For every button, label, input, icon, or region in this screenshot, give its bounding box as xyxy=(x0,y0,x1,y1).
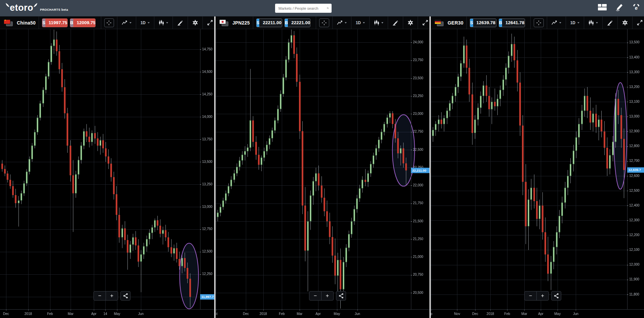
chevron-down-icon xyxy=(381,22,383,24)
chart-area: − + xyxy=(216,29,429,318)
candlestick-icon xyxy=(589,20,594,26)
etoro-account-button[interactable]: e xyxy=(632,3,641,11)
candlestick-chart-canvas[interactable] xyxy=(0,29,214,318)
candle-style-button[interactable] xyxy=(157,20,169,26)
separator xyxy=(547,16,547,29)
layout-grid-icon xyxy=(598,4,607,11)
sell-button[interactable]: S 12639.78 xyxy=(470,18,496,27)
sell-button[interactable]: S 11997.75 xyxy=(42,18,68,27)
timeframe-button[interactable]: 1D xyxy=(354,20,366,25)
top-navigation-bar: etoro PROCHARTS beta xyxy=(0,0,644,16)
logo-right-horn-icon xyxy=(33,3,38,7)
buy-badge: B xyxy=(70,19,73,27)
separator xyxy=(136,16,136,29)
timeframe-button[interactable]: 1D xyxy=(569,20,581,25)
zoom-in-button[interactable]: + xyxy=(536,291,549,301)
crosshair-button[interactable] xyxy=(104,18,114,27)
candlestick-chart-canvas[interactable] xyxy=(216,29,429,318)
gear-icon xyxy=(192,20,198,26)
candlestick-icon xyxy=(374,20,379,26)
buy-button[interactable]: B 12641.78 xyxy=(499,18,525,27)
buy-badge: B xyxy=(285,19,288,27)
separator xyxy=(388,16,388,29)
logo-left-horn-icon xyxy=(5,3,10,7)
settings-button[interactable] xyxy=(406,20,415,26)
expand-button[interactable] xyxy=(206,20,214,26)
indicators-button[interactable] xyxy=(391,20,400,26)
draw-tools-button[interactable] xyxy=(615,3,624,11)
crosshair-icon xyxy=(321,20,327,26)
share-icon xyxy=(123,293,128,299)
line-chart-icon xyxy=(122,20,127,25)
zoom-in-button[interactable]: + xyxy=(321,291,334,301)
crosshair-button[interactable] xyxy=(534,18,543,27)
indicators-pencil-icon xyxy=(177,20,183,26)
candlestick-chart-canvas[interactable] xyxy=(431,29,644,318)
japan-flag-icon xyxy=(220,20,228,26)
sell-badge: S xyxy=(42,19,45,27)
timeframe-button[interactable]: 1D xyxy=(139,20,151,25)
search-box xyxy=(275,4,332,13)
timeframe-label: 1D xyxy=(141,20,146,25)
layout-grid-button[interactable] xyxy=(598,4,607,11)
crosshair-icon xyxy=(106,20,112,26)
chevron-down-icon xyxy=(596,22,598,24)
candle-style-button[interactable] xyxy=(373,20,385,26)
separator xyxy=(584,16,584,29)
chart-header: China50 S 11997.75 B 12009.75 1D xyxy=(0,16,214,29)
separator xyxy=(403,16,403,29)
logo-text: etoro xyxy=(10,3,33,13)
expand-icon xyxy=(637,20,643,26)
share-icon xyxy=(554,293,559,299)
indicators-pencil-icon xyxy=(392,20,399,26)
separator xyxy=(188,16,188,29)
share-button[interactable] xyxy=(120,291,130,301)
zoom-out-button[interactable]: − xyxy=(524,291,537,301)
chevron-down-icon xyxy=(166,22,168,24)
crosshair-button[interactable] xyxy=(319,18,329,27)
chevron-down-icon xyxy=(345,22,347,24)
gear-icon xyxy=(622,20,628,26)
chart-area: − + xyxy=(0,29,214,318)
candlestick-icon xyxy=(159,20,164,26)
settings-button[interactable] xyxy=(191,20,199,26)
buy-button[interactable]: B 12009.75 xyxy=(70,18,96,27)
share-button[interactable] xyxy=(336,291,346,301)
expand-button[interactable] xyxy=(636,20,644,26)
candle-style-button[interactable] xyxy=(587,20,599,26)
sell-button[interactable]: S 22211.00 xyxy=(256,18,282,27)
zoom-in-button[interactable]: + xyxy=(106,291,118,301)
zoom-out-button[interactable]: − xyxy=(309,291,321,301)
chart-header: GER30 S 12639.78 B 12641.78 1D xyxy=(431,16,644,29)
chevron-down-icon xyxy=(363,22,365,24)
chart-type-button[interactable] xyxy=(120,20,133,25)
share-button[interactable] xyxy=(551,291,561,301)
indicators-button[interactable] xyxy=(176,20,185,26)
instrument-name: JPN225 xyxy=(232,20,250,26)
buy-price: 12009.75 xyxy=(73,19,96,27)
separator xyxy=(316,16,316,29)
zoom-controls: − + xyxy=(309,291,346,301)
chart-type-button[interactable] xyxy=(336,20,348,25)
buy-button[interactable]: B 22221.00 xyxy=(285,18,311,27)
sell-price: 22211.00 xyxy=(259,19,282,27)
search-input[interactable] xyxy=(278,6,327,11)
expand-button[interactable] xyxy=(421,20,429,26)
chart-type-button[interactable] xyxy=(550,20,563,25)
procharts-beta-label: PROCHARTS beta xyxy=(40,8,68,11)
line-chart-icon xyxy=(337,20,343,25)
separator xyxy=(530,16,531,29)
search-icon xyxy=(327,6,329,11)
indicators-button[interactable] xyxy=(606,20,614,26)
chart-area: − + xyxy=(431,29,644,318)
pencil-icon xyxy=(615,3,624,11)
zoom-out-button[interactable]: − xyxy=(93,291,106,301)
sell-badge: S xyxy=(257,19,260,27)
chart-header: JPN225 S 22211.00 B 22221.00 1D xyxy=(216,16,429,29)
chart-panel-ger30: GER30 S 12639.78 B 12641.78 1D xyxy=(431,16,644,318)
separator xyxy=(632,16,633,29)
separator xyxy=(602,16,603,29)
sell-price: 12639.78 xyxy=(473,19,496,27)
chevron-down-icon xyxy=(148,22,150,24)
settings-button[interactable] xyxy=(621,20,629,26)
